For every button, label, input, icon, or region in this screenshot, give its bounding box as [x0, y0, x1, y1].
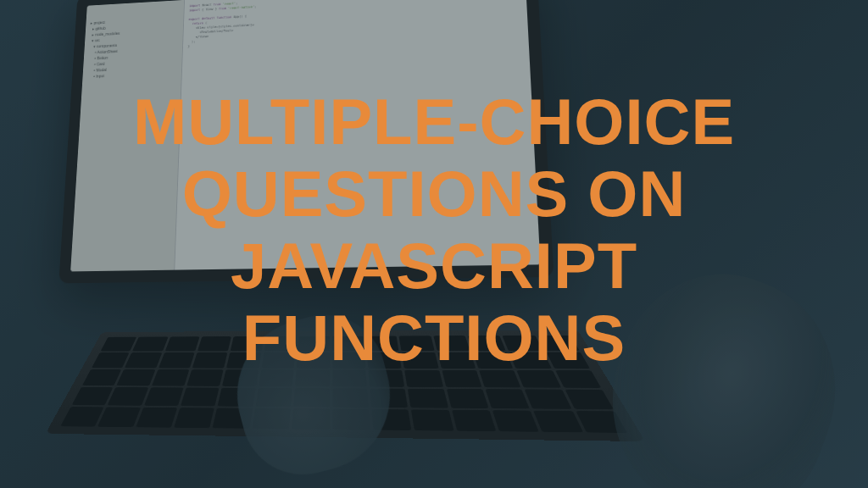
headline-line: JAVASCRIPT — [43, 230, 825, 302]
headline-line: MULTIPLE-CHOICE — [43, 86, 825, 158]
headline-line: FUNCTIONS — [43, 302, 825, 374]
headline-line: QUESTIONS ON — [43, 158, 825, 230]
headline-text: MULTIPLE-CHOICE QUESTIONS ON JAVASCRIPT … — [43, 86, 825, 374]
